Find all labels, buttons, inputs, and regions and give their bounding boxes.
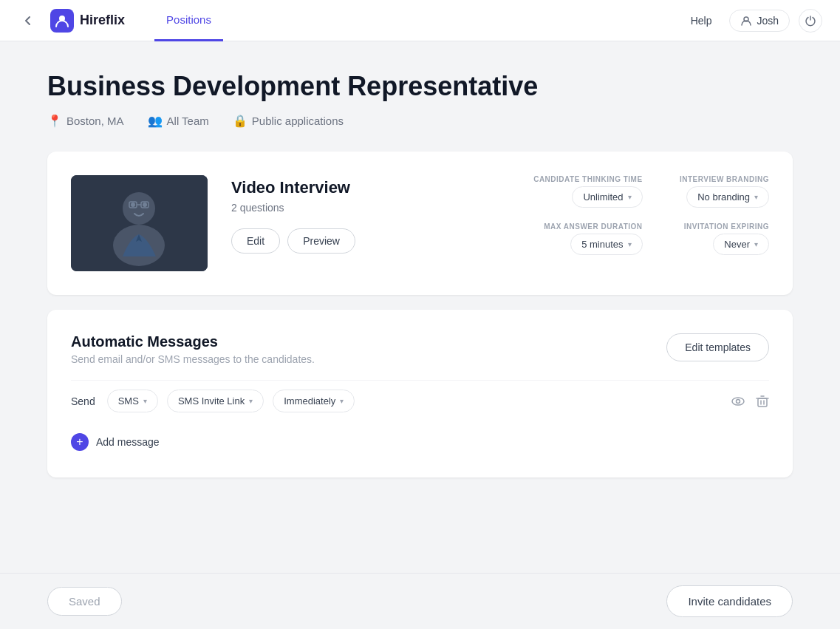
team-meta: 👥 All Team	[148, 114, 209, 128]
visibility-meta: 🔒 Public applications	[233, 114, 344, 128]
sms-link-select[interactable]: SMS Invite Link ▾	[167, 390, 264, 412]
max-answer-value: 5 minutes	[581, 239, 623, 250]
sms-type-value: SMS	[118, 395, 139, 407]
page-title: Business Development Representative	[47, 71, 793, 102]
back-button[interactable]	[18, 10, 38, 31]
interview-title: Video Interview	[231, 178, 510, 197]
lock-icon: 🔒	[233, 114, 247, 128]
auto-messages-title: Automatic Messages	[71, 333, 315, 350]
saved-button: Saved	[47, 587, 122, 616]
svg-point-7	[143, 203, 147, 207]
location-icon: 📍	[47, 114, 62, 128]
max-answer-setting: MAX ANSWER DURATION 5 minutes ▾	[533, 222, 642, 255]
navbar: Hireflix Positions Help Josh	[0, 0, 840, 41]
user-button[interactable]: Josh	[729, 10, 790, 32]
message-row-actions	[731, 394, 769, 409]
visibility-label: Public applications	[252, 115, 344, 127]
footer-bar: Saved Invite candidates	[0, 573, 840, 629]
auto-messages-subtitle: Send email and/or SMS messages to the ca…	[71, 353, 315, 365]
auto-messages-title-group: Automatic Messages Send email and/or SMS…	[71, 333, 315, 365]
svg-point-11	[732, 398, 744, 405]
preview-interview-button[interactable]: Preview	[287, 228, 355, 254]
trash-icon	[756, 395, 769, 408]
invitation-expiring-value: Never	[724, 239, 750, 250]
meta-row: 📍 Boston, MA 👥 All Team 🔒 Public applica…	[47, 114, 793, 128]
invite-candidates-button[interactable]: Invite candidates	[666, 585, 793, 617]
branding-select[interactable]: No branding ▾	[686, 186, 769, 208]
sms-link-value: SMS Invite Link	[178, 395, 245, 407]
chevron-down-icon: ▾	[754, 240, 758, 248]
timing-value: Immediately	[284, 395, 335, 407]
send-label: Send	[71, 395, 95, 407]
chevron-down-icon: ▾	[754, 193, 758, 201]
add-message-row[interactable]: + Add message	[71, 421, 769, 454]
navbar-right: Help Josh	[682, 9, 822, 33]
delete-message-button[interactable]	[756, 395, 769, 408]
add-icon: +	[71, 433, 89, 451]
interview-info: Video Interview 2 questions Edit Preview	[231, 175, 510, 254]
invitation-expiring-setting: INVITATION EXPIRING Never ▾	[660, 222, 769, 255]
invitation-expiring-label: INVITATION EXPIRING	[684, 222, 769, 231]
team-label: All Team	[167, 115, 209, 127]
interview-thumbnail	[71, 175, 208, 271]
chevron-down-icon: ▾	[249, 397, 253, 405]
chevron-down-icon: ▾	[340, 397, 344, 405]
video-interview-card: Video Interview 2 questions Edit Preview…	[47, 152, 793, 295]
invitation-expiring-select[interactable]: Never ▾	[713, 234, 769, 255]
power-button[interactable]	[799, 9, 822, 33]
branding-value: No branding	[697, 191, 750, 203]
team-icon: 👥	[148, 114, 163, 128]
nav-tab-positions[interactable]: Positions	[154, 0, 223, 41]
location-label: Boston, MA	[66, 115, 124, 127]
logo: Hireflix	[50, 9, 125, 33]
chevron-down-icon: ▾	[143, 397, 147, 405]
preview-message-button[interactable]	[731, 394, 745, 409]
main-content: Business Development Representative 📍 Bo…	[0, 41, 840, 537]
thinking-time-value: Unlimited	[583, 191, 623, 203]
message-row: Send SMS ▾ SMS Invite Link ▾ Immediately…	[71, 380, 769, 421]
power-icon	[805, 15, 816, 27]
user-icon	[740, 15, 752, 27]
branding-label: INTERVIEW BRANDING	[680, 175, 769, 183]
interview-actions: Edit Preview	[231, 228, 510, 254]
chevron-down-icon: ▾	[628, 240, 632, 248]
app-name: Hireflix	[80, 13, 125, 28]
logo-icon	[50, 9, 74, 33]
max-answer-select[interactable]: 5 minutes ▾	[570, 234, 642, 255]
thinking-time-setting: CANDIDATE THINKING TIME Unlimited ▾	[533, 175, 642, 208]
chevron-down-icon: ▾	[628, 193, 632, 201]
svg-point-6	[131, 203, 135, 207]
svg-point-12	[737, 399, 740, 403]
interview-subtitle: 2 questions	[231, 202, 510, 214]
branding-setting: INTERVIEW BRANDING No branding ▾	[660, 175, 769, 208]
timing-select[interactable]: Immediately ▾	[273, 390, 355, 412]
edit-templates-button[interactable]: Edit templates	[666, 333, 769, 361]
auto-messages-card: Automatic Messages Send email and/or SMS…	[47, 310, 793, 477]
help-button[interactable]: Help	[682, 10, 721, 31]
nav-tabs: Positions	[154, 0, 223, 41]
thinking-time-select[interactable]: Unlimited ▾	[572, 186, 642, 208]
location-meta: 📍 Boston, MA	[47, 114, 124, 128]
sms-type-select[interactable]: SMS ▾	[107, 390, 158, 412]
interview-settings: CANDIDATE THINKING TIME Unlimited ▾ INTE…	[533, 175, 769, 255]
thumbnail-image	[71, 175, 208, 271]
max-answer-label: MAX ANSWER DURATION	[544, 222, 642, 231]
eye-icon	[731, 394, 745, 409]
user-name-label: Josh	[757, 15, 779, 27]
auto-messages-header: Automatic Messages Send email and/or SMS…	[71, 333, 769, 365]
navbar-left: Hireflix Positions	[18, 0, 223, 41]
edit-interview-button[interactable]: Edit	[231, 228, 280, 254]
add-message-label: Add message	[96, 436, 160, 448]
svg-rect-13	[758, 398, 767, 407]
svg-point-4	[123, 192, 155, 225]
thinking-time-label: CANDIDATE THINKING TIME	[533, 175, 642, 183]
interview-card-content: Video Interview 2 questions Edit Preview…	[71, 175, 769, 271]
